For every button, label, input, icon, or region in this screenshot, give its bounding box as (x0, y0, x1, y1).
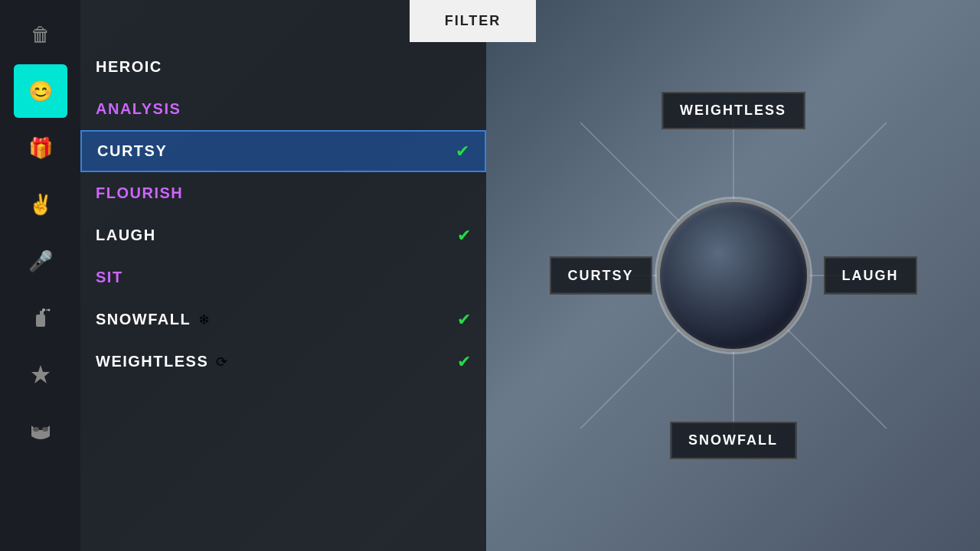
list-item[interactable]: ANALYSIS (80, 88, 486, 130)
sidebar-item-spray[interactable] (14, 291, 67, 344)
sidebar: 🗑 😊 🎁 ✌ 🎤 (0, 0, 80, 551)
sidebar-item-emote[interactable]: 😊 (14, 64, 67, 118)
svg-rect-1 (40, 311, 44, 316)
svg-point-2 (42, 308, 45, 311)
list-item-curtsy[interactable]: CURTSY ✔ (80, 130, 486, 172)
filter-button[interactable]: FILTER (410, 0, 536, 42)
wheel-label-bottom[interactable]: SNOWFALL (670, 422, 796, 459)
svg-rect-0 (36, 315, 45, 327)
emote-list: HEROIC ANALYSIS CURTSY ✔ FLOURISH LAUGH … (80, 0, 486, 383)
svg-marker-5 (31, 365, 50, 383)
sidebar-item-trash[interactable]: 🗑 (14, 8, 67, 61)
snowflake-icon: ❄ (198, 311, 210, 328)
svg-point-7 (42, 427, 48, 432)
svg-point-6 (33, 427, 39, 432)
sidebar-item-mic[interactable]: 🎤 (14, 234, 67, 288)
wheel-container: WEIGHTLESS SNOWFALL CURTSY LAUGH (542, 84, 925, 467)
center-circle[interactable] (657, 199, 810, 352)
wheel-label-right[interactable]: LAUGH (824, 257, 917, 295)
sidebar-item-gift[interactable]: 🎁 (14, 121, 67, 174)
rotate-icon: ⟳ (216, 354, 227, 370)
list-item[interactable]: SNOWFALL ❄ ✔ (80, 298, 486, 341)
svg-point-4 (47, 309, 50, 311)
check-icon: ✔ (457, 352, 471, 372)
check-icon: ✔ (457, 226, 471, 246)
check-icon: ✔ (457, 310, 471, 330)
sidebar-item-target[interactable] (14, 347, 67, 401)
list-item[interactable]: SIT (80, 256, 486, 298)
wheel-label-top[interactable]: WEIGHTLESS (662, 92, 805, 129)
check-icon: ✔ (456, 142, 469, 161)
emote-wheel: WEIGHTLESS SNOWFALL CURTSY LAUGH (486, 0, 980, 551)
wheel-label-left[interactable]: CURTSY (550, 257, 652, 295)
sidebar-item-mask[interactable] (14, 404, 67, 458)
list-item[interactable]: WEIGHTLESS ⟳ ✔ (80, 341, 486, 383)
list-item[interactable]: LAUGH ✔ (80, 214, 486, 256)
list-item[interactable]: FLOURISH (80, 172, 486, 214)
list-item[interactable]: HEROIC (80, 46, 486, 88)
sidebar-item-peace[interactable]: ✌ (14, 178, 67, 231)
main-panel: FILTER HEROIC ANALYSIS CURTSY ✔ FLOURISH… (80, 0, 486, 551)
